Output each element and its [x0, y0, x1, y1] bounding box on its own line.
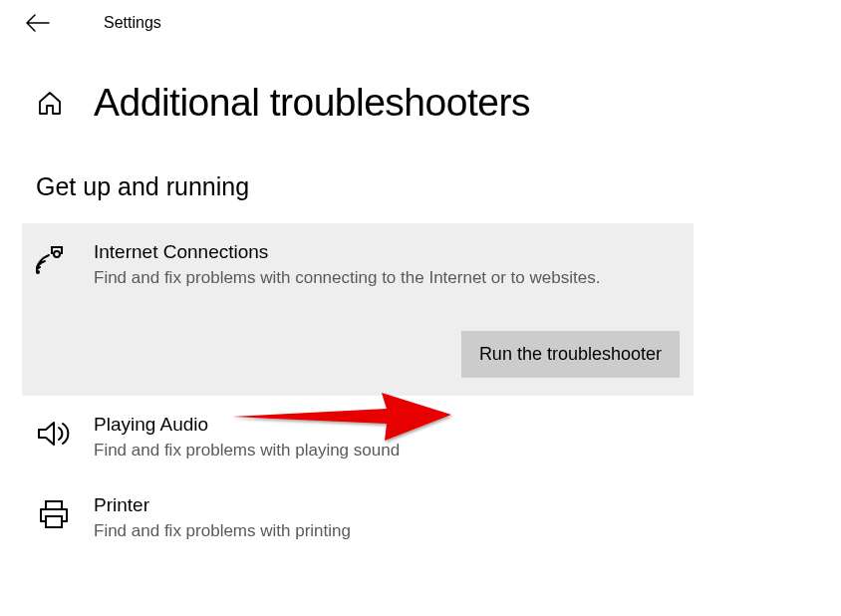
back-button[interactable] — [26, 14, 50, 32]
svg-point-1 — [54, 251, 60, 257]
home-icon[interactable] — [36, 89, 64, 117]
section-title: Get up and running — [36, 172, 815, 201]
item-title: Printer — [94, 494, 680, 516]
troubleshooter-internet-connections[interactable]: Internet Connections Find and fix proble… — [22, 223, 694, 396]
item-title: Internet Connections — [94, 241, 680, 263]
troubleshooter-list: Internet Connections Find and fix proble… — [22, 223, 815, 558]
internet-connections-icon — [36, 243, 72, 279]
app-title: Settings — [104, 14, 161, 32]
page-title: Additional troubleshooters — [94, 81, 530, 125]
svg-rect-3 — [46, 516, 62, 527]
run-troubleshooter-button[interactable]: Run the troubleshooter — [461, 331, 680, 378]
troubleshooter-printer[interactable]: Printer Find and fix problems with print… — [22, 476, 694, 558]
back-arrow-icon — [26, 14, 50, 32]
svg-rect-2 — [46, 501, 62, 509]
printer-icon — [36, 496, 72, 532]
item-title: Playing Audio — [94, 414, 680, 436]
item-description: Find and fix problems with playing sound — [94, 438, 680, 463]
item-description: Find and fix problems with connecting to… — [94, 265, 680, 291]
troubleshooter-playing-audio[interactable]: Playing Audio Find and fix problems with… — [22, 396, 694, 477]
svg-point-0 — [36, 270, 40, 274]
playing-audio-icon — [36, 416, 72, 452]
item-description: Find and fix problems with printing — [94, 518, 680, 544]
